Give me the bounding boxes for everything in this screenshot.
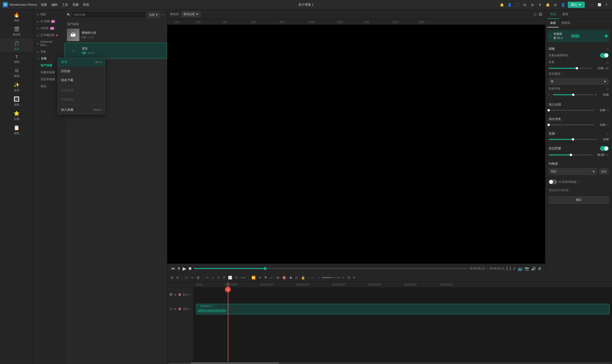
snapshot-button[interactable]: 📷 [525, 266, 529, 271]
nav-my[interactable]: ▶ 我的 [35, 11, 62, 18]
audio-clip[interactable]: ♪ 音樂檔案-01-1 [196, 304, 610, 314]
music-item-2[interactable]: ♪ 窒息 [65, 43, 167, 58]
eq-settings-button[interactable]: 設定 [599, 169, 609, 174]
eq-preset-select[interactable]: 預設 ▼ [549, 168, 597, 175]
subtab-basic[interactable]: 基礎 [547, 19, 559, 27]
tool-text[interactable]: T 標題 [0, 52, 33, 65]
channel-select[interactable]: 無 ▼ [549, 78, 609, 85]
tab-speed[interactable]: 速度 [559, 10, 571, 19]
step-back-button[interactable]: ⏸ [177, 266, 181, 271]
music-item-1[interactable]: 🏔 購物節介紹 [65, 27, 167, 43]
stop-button[interactable]: ⏹ [188, 266, 192, 271]
timeline-tracks[interactable]: 00:00 00:00:05:00 00:00:10:00 00:00:15:0… [194, 282, 612, 362]
fade-in-slider[interactable] [549, 110, 594, 111]
bell-icon[interactable]: 🔔 [545, 2, 551, 8]
tl-text-button[interactable]: T [222, 275, 226, 280]
context-menu-favorite[interactable]: 加入收藏 Shift+F [58, 105, 105, 114]
tl-trim-button[interactable]: ⤡ [211, 275, 215, 280]
subtab-voice[interactable]: 變聲器 [559, 19, 573, 27]
minimize-window-button[interactable]: ─ [589, 2, 595, 7]
tool-effects[interactable]: ✨ 效果 [0, 79, 33, 94]
ducking-toggle[interactable] [600, 146, 609, 151]
screen-button[interactable]: 📺 [518, 266, 523, 271]
adjust-diamond-icon[interactable]: ◇ [607, 47, 609, 51]
video-track-eye-icon[interactable]: 👁 [174, 293, 177, 296]
volume-button[interactable]: 🔊 [531, 266, 536, 271]
export-button[interactable]: 匯出 ▼ [568, 2, 585, 8]
mark-in-button[interactable]: { [506, 266, 508, 271]
volume-slider[interactable] [549, 68, 592, 69]
tab-audio[interactable]: 音訊 [547, 10, 559, 19]
normalize-toggle[interactable] [600, 53, 609, 58]
more-button[interactable]: ··· [162, 13, 165, 17]
fullscreen-icon[interactable]: ⛶ [514, 2, 520, 8]
tl-layers-button[interactable]: ☰ [347, 275, 351, 280]
tl-rotate-button[interactable]: ↻ [234, 275, 238, 280]
tool-sticker[interactable]: ⭐ 貼圖 [0, 108, 33, 122]
tl-split-button[interactable]: ⊪ [217, 275, 221, 280]
tl-record-button[interactable]: ⏺ [288, 275, 293, 280]
restore-window-button[interactable]: ⬜ [597, 2, 602, 7]
ducking-slider[interactable] [549, 155, 593, 155]
tl-zoom-out-button[interactable]: − [318, 275, 321, 280]
tool-transition[interactable]: ⧉ 轉場 [0, 65, 33, 79]
tl-detach-button[interactable]: ⧕ [275, 275, 280, 280]
tl-ripple-button[interactable]: ⤢ [269, 275, 274, 280]
video-track-mute-icon[interactable]: 🔇 [178, 293, 181, 296]
context-menu-apply[interactable]: 應用 Alt+A [58, 58, 105, 66]
tl-ai-button[interactable]: ✦ [258, 275, 262, 280]
tl-zoom-in-button[interactable]: + [342, 275, 345, 280]
tl-mute-button[interactable]: 🔇 [281, 275, 287, 280]
context-menu-download[interactable]: 現在下載 [58, 76, 105, 85]
ai-enhance-toggle[interactable] [549, 180, 557, 184]
progress-bar[interactable] [194, 268, 468, 269]
eq-slider[interactable] [553, 94, 593, 95]
tl-snap-button[interactable]: ⊡ [294, 275, 299, 280]
menu-edit[interactable]: 編輯 [51, 3, 58, 7]
scrollbar-thumb[interactable] [191, 362, 279, 364]
menu-tools[interactable]: 工具 [62, 3, 68, 7]
tl-flip-button[interactable]: ⟺ [240, 275, 246, 280]
preview-icon-2[interactable]: 🖼 [539, 12, 542, 16]
tl-marker-button[interactable]: ⚑ [264, 275, 268, 280]
nav-universal[interactable]: ▶ Universal Mus... [35, 39, 62, 48]
eq-diamond-icon[interactable]: ◇ [607, 87, 609, 91]
tl-lock-button[interactable]: 🔒 [300, 275, 306, 280]
preview-icon-1[interactable]: ⊡ [534, 12, 537, 16]
close-window-button[interactable]: ✕ [604, 2, 609, 7]
timeline-scrollbar[interactable] [167, 362, 612, 364]
tl-crop-button[interactable]: ⬜ [227, 275, 233, 280]
tool-template[interactable]: 📋 模板 [0, 122, 33, 137]
menu-file[interactable]: 檔案 [41, 3, 47, 7]
grid-icon[interactable]: ⊞ [529, 2, 535, 8]
tl-more-button[interactable]: ▾ [353, 275, 356, 280]
context-menu-preview[interactable]: 試拍放 [58, 66, 105, 76]
mark-out-button[interactable]: } [510, 266, 511, 271]
nav-ai-effects[interactable]: ▶ AI音效 AI [35, 25, 62, 32]
volume-diamond-icon[interactable]: ◇ [607, 61, 609, 64]
nav-tts[interactable]: ▶ 文字轉語音 [35, 32, 62, 39]
tl-zoom-slider[interactable] [322, 277, 341, 278]
tool-audio[interactable]: 🎵 音訊 [0, 38, 33, 52]
tl-redo-button[interactable]: ↪ [190, 275, 194, 280]
ripple-button[interactable]: ⤦ [513, 266, 516, 271]
pitch-diamond-icon[interactable]: ◇ [607, 132, 609, 135]
tl-speed-button[interactable]: ⏩ [251, 275, 256, 280]
rewind-button[interactable]: ⏮ [171, 266, 175, 271]
upload-icon[interactable]: ⬆ [537, 2, 543, 8]
filter-button[interactable]: 全部 ▼ [147, 12, 160, 18]
nav-ai-music[interactable]: ▶ AI 音樂 AI [35, 18, 62, 25]
search-input[interactable] [72, 12, 146, 18]
tl-undo-button[interactable]: ↩ [184, 275, 189, 280]
reset-button[interactable]: 重設 [549, 196, 609, 204]
user-avatar[interactable]: 👤 [560, 2, 566, 8]
pitch-slider[interactable] [549, 139, 597, 140]
tl-cut-button[interactable]: ✂ [205, 275, 209, 280]
tool-media[interactable]: 🎬 素材庫 [0, 24, 33, 38]
tl-silence-button[interactable]: — [310, 275, 315, 280]
fade-out-slider[interactable] [549, 124, 594, 125]
apps-icon[interactable]: ⊞ [553, 2, 558, 8]
menu-view[interactable]: 視圖 [72, 3, 79, 7]
menu-help[interactable]: 幫助 [83, 3, 89, 7]
scrollbar-track[interactable] [168, 362, 611, 364]
